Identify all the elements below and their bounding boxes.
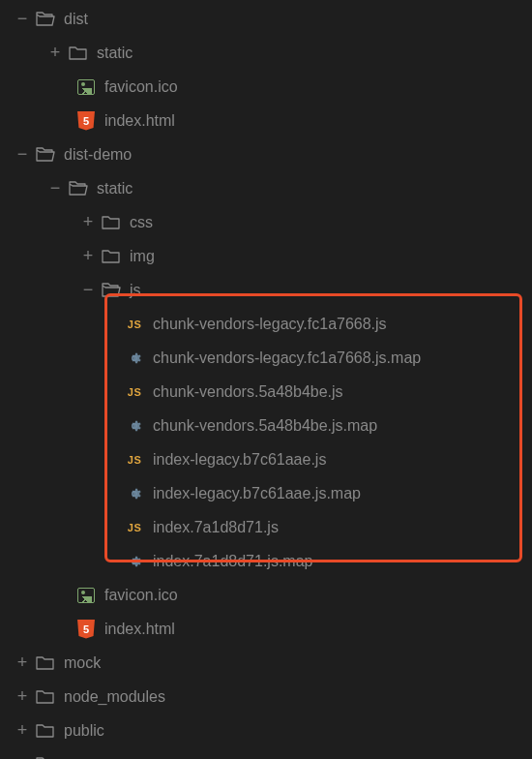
html5-icon: 5: [75, 110, 97, 132]
tree-folder-mock[interactable]: + mock: [0, 646, 532, 680]
tree-item-label: chunk-vendors.5a48b4be.js: [153, 383, 343, 401]
tree-file-dist-favicon[interactable]: favicon.ico: [0, 70, 532, 104]
expand-icon[interactable]: +: [10, 686, 35, 707]
folder-open-icon: [35, 754, 56, 760]
tree-item-label: mock: [64, 654, 101, 672]
tree-item-label: index.7a1d8d71.js.map: [153, 553, 312, 570]
tree-folder-dist-static[interactable]: + static: [0, 36, 532, 70]
folder-open-icon: [35, 9, 56, 30]
expand-icon[interactable]: +: [75, 212, 101, 232]
tree-folder-dist-demo-img[interactable]: + img: [0, 239, 532, 273]
tree-file-f2[interactable]: chunk-vendors-legacy.fc1a7668.js.map: [0, 341, 532, 375]
tree-item-label: js: [130, 282, 141, 299]
expand-icon[interactable]: +: [10, 720, 35, 741]
tree-item-label: dist: [64, 11, 88, 28]
tree-item-label: src: [64, 756, 84, 760]
tree-item-label: chunk-vendors.5a48b4be.js.map: [153, 417, 377, 435]
gear-icon: [124, 415, 145, 437]
tree-folder-public[interactable]: + public: [0, 713, 532, 747]
tree-folder-dist-demo-static[interactable]: − static: [0, 171, 532, 205]
gear-icon: [124, 348, 145, 369]
collapse-icon[interactable]: −: [10, 754, 35, 759]
tree-item-label: favicon.ico: [104, 78, 178, 96]
tree-item-label: index-legacy.b7c61aae.js: [153, 451, 326, 469]
folder-icon: [35, 720, 56, 742]
tree-item-label: chunk-vendors-legacy.fc1a7668.js: [153, 316, 387, 333]
expand-icon[interactable]: +: [43, 43, 68, 63]
tree-file-f6[interactable]: index-legacy.b7c61aae.js.map: [0, 476, 532, 510]
collapse-icon[interactable]: −: [75, 280, 101, 300]
tree-item-label: static: [97, 45, 133, 62]
tree-item-label: dist-demo: [64, 146, 132, 164]
folder-icon: [68, 43, 89, 64]
tree-file-f1[interactable]: JSchunk-vendors-legacy.fc1a7668.js: [0, 307, 532, 341]
tree-item-label: css: [130, 214, 153, 231]
js-icon: JS: [124, 449, 145, 471]
folder-open-icon: [68, 178, 89, 199]
tree-item-label: index-legacy.b7c61aae.js.map: [153, 485, 361, 502]
collapse-icon[interactable]: −: [10, 9, 35, 29]
tree-file-f8[interactable]: index.7a1d8d71.js.map: [0, 544, 532, 578]
file-tree: − dist+ staticfavicon.ico5index.html− di…: [0, 0, 532, 759]
folder-icon: [101, 212, 122, 233]
folder-open-icon: [101, 280, 122, 301]
tree-item-label: index.html: [104, 112, 175, 130]
js-icon: JS: [124, 381, 145, 403]
tree-file-f5[interactable]: JSindex-legacy.b7c61aae.js: [0, 442, 532, 476]
collapse-icon[interactable]: −: [10, 144, 35, 165]
tree-item-label: static: [97, 180, 133, 197]
tree-item-label: favicon.ico: [104, 587, 178, 604]
tree-item-label: index.html: [104, 621, 175, 638]
folder-icon: [35, 686, 56, 708]
tree-file-f7[interactable]: JSindex.7a1d8d71.js: [0, 510, 532, 544]
js-icon: JS: [124, 314, 145, 335]
expand-icon[interactable]: +: [10, 653, 35, 673]
tree-item-label: node_modules: [64, 688, 165, 706]
folder-icon: [101, 246, 122, 267]
tree-item-label: img: [130, 248, 155, 265]
folder-icon: [35, 653, 56, 674]
tree-file-f4[interactable]: chunk-vendors.5a48b4be.js.map: [0, 409, 532, 442]
tree-folder-dist-demo[interactable]: − dist-demo: [0, 137, 532, 171]
collapse-icon[interactable]: −: [43, 178, 68, 198]
folder-open-icon: [35, 144, 56, 166]
tree-item-label: index.7a1d8d71.js: [153, 519, 279, 536]
tree-file-dist-demo-favicon[interactable]: favicon.ico: [0, 578, 532, 612]
tree-item-label: chunk-vendors-legacy.fc1a7668.js.map: [153, 349, 421, 367]
tree-folder-dist-demo-js[interactable]: − js: [0, 273, 532, 307]
image-icon: [75, 76, 97, 98]
js-icon: JS: [124, 517, 145, 538]
tree-folder-dist-demo-css[interactable]: + css: [0, 205, 532, 239]
tree-item-label: public: [64, 722, 104, 740]
tree-folder-dist[interactable]: − dist: [0, 2, 532, 36]
tree-file-dist-index[interactable]: 5index.html: [0, 104, 532, 137]
tree-folder-src[interactable]: − src: [0, 747, 532, 759]
tree-folder-node_modules[interactable]: + node_modules: [0, 680, 532, 713]
tree-file-f3[interactable]: JSchunk-vendors.5a48b4be.js: [0, 375, 532, 409]
gear-icon: [124, 551, 145, 572]
image-icon: [75, 585, 97, 606]
tree-file-dist-demo-index[interactable]: 5index.html: [0, 612, 532, 646]
expand-icon[interactable]: +: [75, 246, 101, 266]
html5-icon: 5: [75, 619, 97, 640]
gear-icon: [124, 483, 145, 504]
